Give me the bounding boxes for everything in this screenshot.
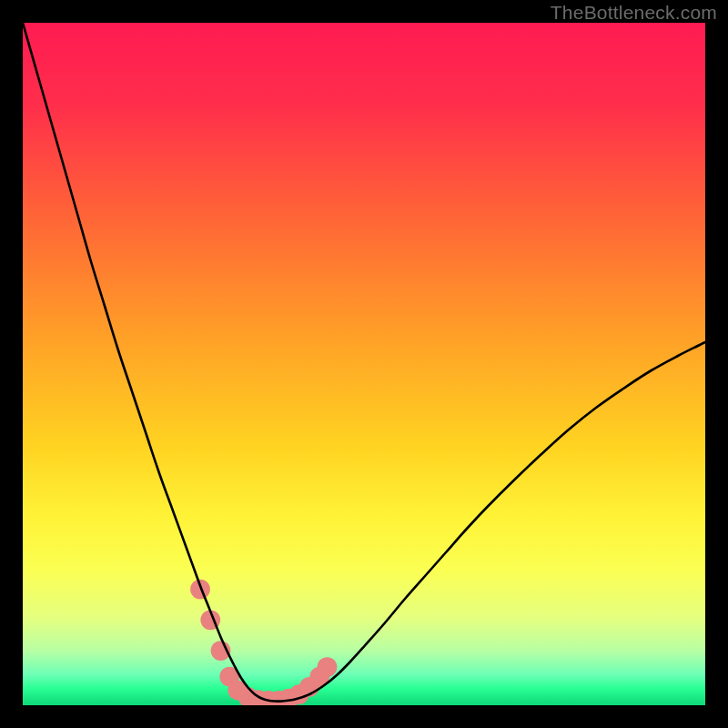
curve-marker [190, 580, 210, 600]
watermark-text: TheBottleneck.com [551, 2, 717, 24]
chart-canvas [23, 23, 705, 705]
outer-frame: TheBottleneck.com [0, 0, 728, 728]
bottleneck-curve [23, 23, 705, 702]
plot-area [23, 23, 705, 705]
marker-group [190, 580, 337, 705]
curve-marker [318, 657, 338, 677]
